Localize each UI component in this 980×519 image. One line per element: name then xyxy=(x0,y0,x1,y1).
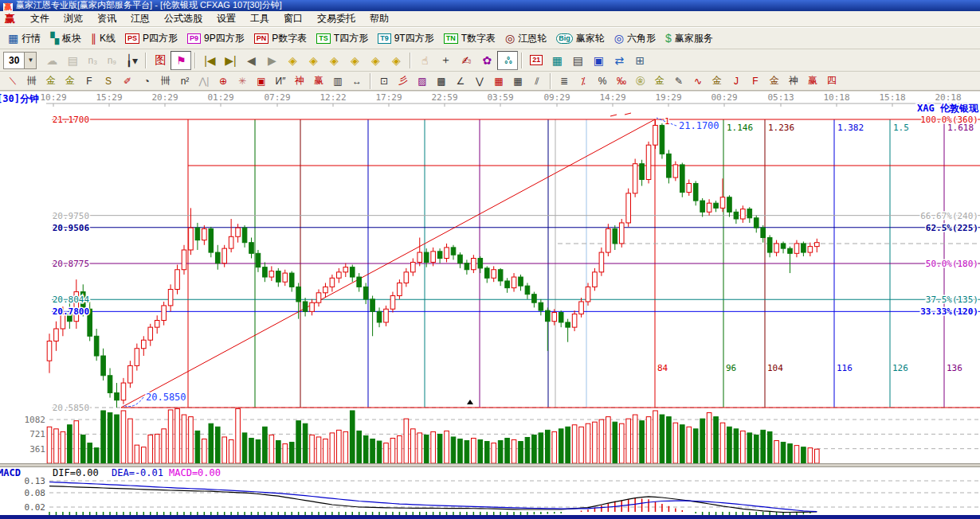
volume-bar xyxy=(546,430,551,463)
time-label: 10:18 xyxy=(823,92,849,103)
volume-bar xyxy=(478,440,483,463)
volume-bar xyxy=(700,419,705,463)
volume-bar xyxy=(815,449,820,463)
volume-bar xyxy=(472,439,476,463)
candle-body xyxy=(108,376,112,393)
candle-body xyxy=(653,125,658,145)
volume-bar xyxy=(296,421,301,463)
candle-body xyxy=(148,327,153,340)
dif-line xyxy=(49,486,817,513)
candle-body xyxy=(512,277,516,288)
volume-scale-label: 361 xyxy=(29,444,45,455)
volume-bar xyxy=(680,425,685,463)
time-label: 15:18 xyxy=(879,92,905,103)
volume-bar xyxy=(525,437,530,463)
volume-bar xyxy=(148,435,153,463)
candle-body xyxy=(357,277,362,287)
candle-body xyxy=(121,383,126,400)
volume-bar xyxy=(256,440,261,463)
volume-bar xyxy=(552,431,557,463)
splitter-arrow-icon[interactable] xyxy=(467,400,473,404)
volume-bar xyxy=(613,422,617,463)
volume-bar xyxy=(505,439,510,463)
volume-bar xyxy=(734,429,739,463)
candle-body xyxy=(586,287,590,302)
time-label: 12:22 xyxy=(319,92,346,103)
volume-bar xyxy=(794,446,799,463)
candle-body xyxy=(350,267,355,277)
time-label: 17:29 xyxy=(375,92,402,103)
volume-bar xyxy=(532,435,537,463)
candle-body xyxy=(363,287,368,299)
volume-bar xyxy=(741,431,746,463)
volume-bar xyxy=(599,419,604,463)
volume-bar xyxy=(559,429,563,463)
candle-body xyxy=(700,201,705,212)
candle-body xyxy=(559,313,563,322)
volume-bar xyxy=(465,441,469,463)
chart-canvas[interactable]: 10:2915:2920:2901:2907:2912:2217:2922:59… xyxy=(0,0,980,519)
volume-bar xyxy=(357,431,362,463)
candle-body xyxy=(316,293,321,302)
ratio-label: 1.236 xyxy=(768,123,794,133)
volume-bar xyxy=(182,415,186,463)
retracement-label: 37.5%(135) xyxy=(926,295,978,305)
candle-body xyxy=(54,329,59,341)
candle-body xyxy=(330,278,335,287)
volume-bar xyxy=(512,440,516,463)
candle-body xyxy=(249,243,254,254)
price-level-label: 21.1700 xyxy=(53,115,89,125)
candle-body xyxy=(256,253,261,267)
volume-bar xyxy=(714,417,719,463)
candle-body xyxy=(606,228,611,252)
time-label: 22:59 xyxy=(431,92,457,103)
candle-body xyxy=(202,228,207,240)
volume-bar xyxy=(175,408,180,463)
candle-body xyxy=(727,197,732,213)
price-annotation: 20.5850 xyxy=(146,392,186,403)
volume-bar xyxy=(162,429,167,463)
volume-bar xyxy=(142,447,147,463)
macd-dif-value: DIF=0.00 xyxy=(53,468,99,478)
candle-body xyxy=(525,286,530,295)
volume-bar xyxy=(498,441,503,463)
candle-body xyxy=(384,309,389,322)
volume-bar xyxy=(303,423,308,463)
candle-body xyxy=(229,236,233,248)
volume-bar xyxy=(667,417,672,463)
candle-body xyxy=(761,228,766,237)
candle-body xyxy=(741,209,746,219)
volume-bar xyxy=(720,423,725,463)
candle-body xyxy=(707,203,711,212)
price-annotation: 21.1700 xyxy=(679,120,719,131)
volume-bar xyxy=(539,433,543,463)
candle-body xyxy=(747,209,752,218)
volume-bar xyxy=(343,431,348,463)
volume-bar xyxy=(202,439,207,463)
volume-bar xyxy=(633,415,637,463)
volume-bar xyxy=(566,427,570,463)
candle-body xyxy=(323,287,328,292)
candle-body xyxy=(168,289,173,305)
volume-bar xyxy=(424,435,429,463)
time-label: 15:29 xyxy=(96,92,122,103)
candle-body xyxy=(484,268,489,278)
volume-bar xyxy=(80,435,85,463)
candle-body xyxy=(222,248,227,263)
candle-body xyxy=(579,302,584,314)
volume-bar xyxy=(808,448,813,463)
candle-body xyxy=(236,228,241,236)
cycle-number-label: 84 xyxy=(657,363,668,373)
candle-body xyxy=(411,262,416,271)
cycle-number-label: 116 xyxy=(837,363,853,373)
candle-body xyxy=(115,392,120,400)
price-level-label: 20.7800 xyxy=(53,306,89,317)
candle-body xyxy=(283,273,288,282)
volume-bar xyxy=(310,435,315,463)
volume-bar xyxy=(519,442,523,463)
candle-body xyxy=(613,228,617,244)
volume-bar xyxy=(445,431,449,463)
volume-bar xyxy=(673,423,678,463)
candle-body xyxy=(546,310,551,322)
macd-scale-label: 0.08 xyxy=(25,488,46,498)
